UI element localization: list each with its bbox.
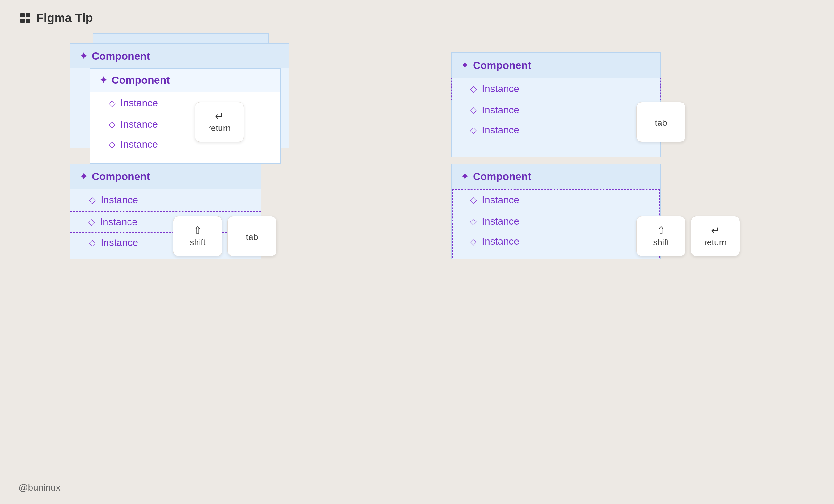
list-item: ◇ Instance xyxy=(452,78,660,100)
list-item: ◇ Instance xyxy=(452,211,660,231)
instance-label: Instance xyxy=(482,194,519,206)
instance-label: Instance xyxy=(120,139,158,150)
component-label-tl-inner: Component xyxy=(111,74,170,86)
instance-icon: ◇ xyxy=(89,238,96,248)
component-icon-tl-inner: ✦ xyxy=(100,75,107,86)
shift-icon-bl: ⇧ xyxy=(193,225,202,236)
list-item: ◇ Instance xyxy=(452,120,660,140)
return-key-br: ↵ return xyxy=(691,216,740,256)
instance-icon: ◇ xyxy=(470,195,477,205)
list-item: ◇ Instance xyxy=(452,100,660,120)
return-key-container: ↵ return xyxy=(195,102,244,142)
shift-icon-br: ⇧ xyxy=(657,225,665,236)
tab-label-tr: tab xyxy=(655,118,667,128)
tab-label-bl: tab xyxy=(246,232,258,242)
instance-label: Instance xyxy=(482,83,519,94)
app-title: Figma Tip xyxy=(37,12,93,25)
component-label-br: Component xyxy=(473,171,531,182)
instance-icon: ◇ xyxy=(109,119,115,129)
list-item: ◇ Instance xyxy=(90,134,281,154)
vertical-divider xyxy=(417,31,417,473)
instance-label: Instance xyxy=(120,97,158,109)
return-label: return xyxy=(208,123,231,133)
component-label-tr: Component xyxy=(473,59,531,71)
shift-label-br: shift xyxy=(653,238,669,247)
instance-icon: ◇ xyxy=(109,139,115,150)
tab-key-tr: tab xyxy=(636,102,686,142)
figma-logo-icon xyxy=(19,11,32,25)
instance-icon: ◇ xyxy=(89,195,96,205)
instance-label: Instance xyxy=(120,118,158,130)
instance-label: Instance xyxy=(482,236,519,247)
tab-key-bl: tab xyxy=(227,216,277,256)
svg-rect-0 xyxy=(20,13,25,17)
top-right-frame: ✦ Component ◇ Instance ◇ Instance ◇ Inst… xyxy=(451,52,661,157)
component-icon-tr: ✦ xyxy=(461,60,468,71)
svg-rect-1 xyxy=(26,13,30,17)
instance-icon: ◇ xyxy=(470,105,477,115)
component-icon-br: ✦ xyxy=(461,171,468,182)
list-item: ◇ Instance xyxy=(452,189,660,211)
app-header: Figma Tip xyxy=(19,11,93,25)
return-key: ↵ return xyxy=(195,102,244,142)
instance-icon: ◇ xyxy=(470,216,477,226)
shift-key-br: ⇧ shift xyxy=(636,216,686,256)
svg-rect-2 xyxy=(20,19,25,23)
component-icon-bl: ✦ xyxy=(80,171,87,182)
instance-label: Instance xyxy=(482,104,519,116)
instance-label: Instance xyxy=(100,216,137,227)
instance-icon: ◇ xyxy=(88,217,95,227)
list-item: ◇ Instance xyxy=(90,92,281,114)
instance-icon: ◇ xyxy=(470,236,477,246)
app-footer: @buninux xyxy=(19,482,61,493)
instance-icon: ◇ xyxy=(470,84,477,94)
shift-label-bl: shift xyxy=(190,238,205,247)
instance-label: Instance xyxy=(101,194,138,206)
component-label-tl-outer: Component xyxy=(92,50,150,62)
return-icon-br: ↵ xyxy=(711,225,720,236)
svg-rect-3 xyxy=(26,19,30,23)
instance-label: Instance xyxy=(101,237,138,248)
tab-key-container-tr: tab xyxy=(636,102,686,142)
list-item: ◇ Instance xyxy=(90,114,281,134)
instance-icon: ◇ xyxy=(470,125,477,135)
instance-label: Instance xyxy=(482,125,519,136)
shift-key-bl: ⇧ shift xyxy=(173,216,222,256)
bottom-right-frame: ✦ Component ◇ Instance ◇ Instance ◇ Inst… xyxy=(451,164,661,259)
component-icon-tl-outer: ✦ xyxy=(80,51,87,62)
return-icon: ↵ xyxy=(215,111,224,122)
instance-icon: ◇ xyxy=(109,98,115,108)
shift-tab-key-container-bl: ⇧ shift tab xyxy=(173,216,277,256)
list-item: ◇ Instance xyxy=(70,189,261,211)
shift-return-key-container-br: ⇧ shift ↵ return xyxy=(636,216,740,256)
return-label-br: return xyxy=(704,238,726,247)
top-left-inner-frame: ✦ Component ◇ Instance ◇ Instance ◇ Inst… xyxy=(90,68,281,164)
instance-label: Instance xyxy=(482,216,519,227)
component-label-bl: Component xyxy=(92,171,150,182)
footer-handle: @buninux xyxy=(19,482,61,492)
list-item: ◇ Instance xyxy=(452,231,660,251)
